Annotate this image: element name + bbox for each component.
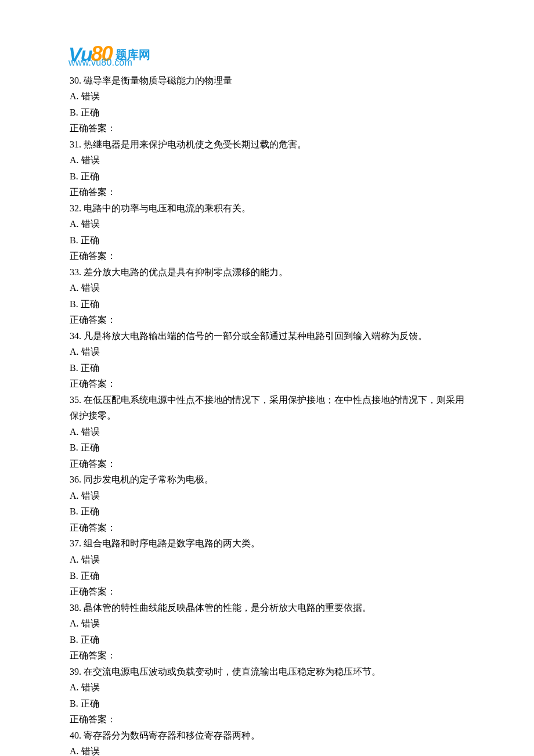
option-b: B. 正确: [70, 503, 464, 520]
question-number: 31.: [70, 139, 81, 149]
option-b: B. 正确: [70, 696, 464, 712]
question-number: 39.: [70, 667, 81, 676]
answer-label: 正确答案：: [70, 248, 464, 264]
question-text: 磁导率是衡量物质导磁能力的物理量: [84, 75, 232, 85]
question-number: 32.: [70, 203, 81, 213]
option-b: B. 正确: [70, 568, 464, 584]
question-stem: 33. 差分放大电路的优点是具有抑制零点漂移的能力。: [70, 264, 464, 280]
option-a: A. 错误: [70, 743, 464, 756]
question-text: 差分放大电路的优点是具有抑制零点漂移的能力。: [84, 267, 288, 277]
option-a: A. 错误: [70, 152, 464, 168]
option-a: A. 错误: [70, 679, 464, 696]
question-number: 34.: [70, 331, 81, 341]
question-stem: 30. 磁导率是衡量物质导磁能力的物理量: [70, 73, 464, 89]
document-page: Vu 80 题库网 www.vu80.com 30. 磁导率是衡量物质导磁能力的…: [0, 0, 534, 756]
option-b: B. 正确: [70, 168, 464, 185]
question-stem: 31. 热继电器是用来保护电动机使之免受长期过载的危害。: [70, 136, 464, 153]
question-text: 在交流电源电压波动或负载变动时，使直流输出电压稳定称为稳压环节。: [84, 667, 381, 676]
option-a: A. 错误: [70, 552, 464, 568]
answer-label: 正确答案：: [70, 711, 464, 728]
question-stem: 34. 凡是将放大电路输出端的信号的一部分或全部通过某种电路引回到输入端称为反馈…: [70, 328, 464, 344]
answer-label: 正确答案：: [70, 647, 464, 664]
question-number: 30.: [70, 75, 81, 85]
option-b: B. 正确: [70, 232, 464, 249]
question-text: 电路中的功率与电压和电流的乘积有关。: [84, 203, 251, 213]
question-stem: 39. 在交流电源电压波动或负载变动时，使直流输出电压稳定称为稳压环节。: [70, 664, 464, 680]
answer-label: 正确答案：: [70, 184, 464, 200]
answer-label: 正确答案：: [70, 584, 464, 600]
question-stem: 32. 电路中的功率与电压和电流的乘积有关。: [70, 200, 464, 217]
question-text: 组合电路和时序电路是数字电路的两大类。: [84, 538, 260, 548]
question-text: 凡是将放大电路输出端的信号的一部分或全部通过某种电路引回到输入端称为反馈。: [84, 331, 427, 341]
option-b: B. 正确: [70, 105, 464, 121]
option-b: B. 正确: [70, 440, 464, 456]
option-a: A. 错误: [70, 88, 464, 105]
option-a: A. 错误: [70, 280, 464, 296]
question-stem: 36. 同步发电机的定子常称为电极。: [70, 471, 464, 488]
answer-label: 正确答案：: [70, 520, 464, 536]
site-logo: Vu 80 题库网 www.vu80.com: [68, 36, 464, 71]
question-stem: 40. 寄存器分为数码寄存器和移位寄存器两种。: [70, 728, 464, 744]
question-text: 寄存器分为数码寄存器和移位寄存器两种。: [84, 730, 260, 740]
option-a: A. 错误: [70, 216, 464, 232]
question-number: 33.: [70, 267, 81, 277]
answer-label: 正确答案：: [70, 456, 464, 472]
question-text: 同步发电机的定子常称为电极。: [84, 474, 214, 484]
question-number: 36.: [70, 474, 81, 484]
question-number: 35.: [70, 395, 81, 405]
answer-label: 正确答案：: [70, 376, 464, 392]
question-text: 在低压配电系统电源中性点不接地的情况下，采用保护接地；在中性点接地的情况下，则采…: [70, 395, 464, 421]
question-stem: 38. 晶体管的特性曲线能反映晶体管的性能，是分析放大电路的重要依据。: [70, 600, 464, 616]
option-a: A. 错误: [70, 488, 464, 504]
question-text: 热继电器是用来保护电动机使之免受长期过载的危害。: [84, 139, 306, 149]
question-list: 30. 磁导率是衡量物质导磁能力的物理量 A. 错误 B. 正确 正确答案： 3…: [70, 73, 464, 756]
option-b: B. 正确: [70, 296, 464, 312]
answer-label: 正确答案：: [70, 120, 464, 136]
question-number: 38.: [70, 603, 81, 613]
option-b: B. 正确: [70, 632, 464, 648]
question-number: 37.: [70, 538, 81, 548]
logo-text-cn: 题库网: [116, 45, 150, 64]
option-a: A. 错误: [70, 424, 464, 440]
question-text: 晶体管的特性曲线能反映晶体管的性能，是分析放大电路的重要依据。: [84, 603, 371, 613]
option-a: A. 错误: [70, 615, 464, 632]
question-stem: 35. 在低压配电系统电源中性点不接地的情况下，采用保护接地；在中性点接地的情况…: [70, 392, 464, 424]
question-stem: 37. 组合电路和时序电路是数字电路的两大类。: [70, 535, 464, 552]
question-number: 40.: [70, 730, 81, 740]
option-a: A. 错误: [70, 344, 464, 360]
answer-label: 正确答案：: [70, 312, 464, 328]
option-b: B. 正确: [70, 360, 464, 376]
logo-top-row: Vu 80 题库网: [68, 36, 464, 56]
